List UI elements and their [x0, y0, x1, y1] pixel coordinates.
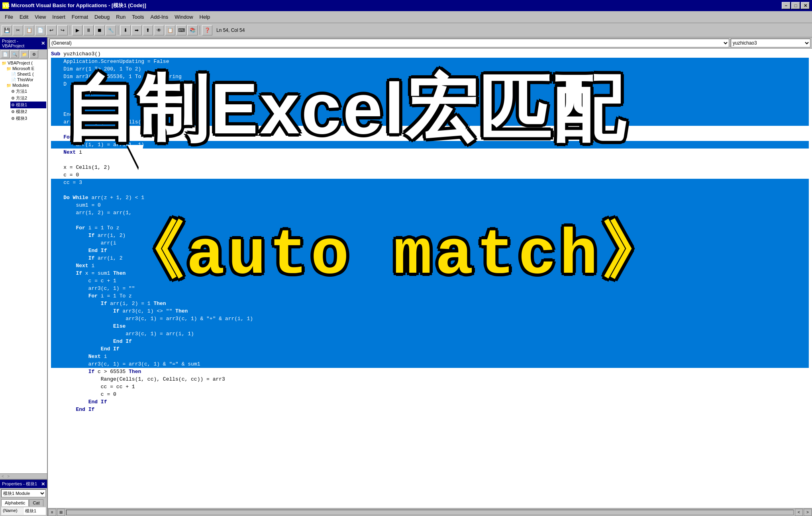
code-line-38: arr3(c, 1) = arr(i, 1) [51, 330, 809, 338]
code-line-17: c = 0 [51, 171, 809, 179]
menu-window[interactable]: Window [171, 13, 196, 21]
code-line-28: If arr(i, 2 [51, 254, 809, 262]
tab-categorized[interactable]: Cat [29, 499, 43, 506]
toolbar-status: Ln 54, Col 54 [216, 27, 245, 33]
toolbar-sep-1 [70, 26, 70, 35]
code-line-48: End If [51, 406, 809, 413]
toolbar-btn-6[interactable]: ↪ [57, 25, 68, 35]
toolbar-btn-4[interactable]: 📄 [35, 25, 45, 35]
tree-item-method1[interactable]: ⚙方法1 [10, 88, 46, 95]
code-line-40: End If [51, 345, 809, 353]
code-line-31: c = c + 1 [51, 277, 809, 285]
code-line-7 [51, 96, 809, 103]
code-line-3: Dim arr(1 To 200, 1 To 2) [51, 65, 809, 73]
properties-close-button[interactable]: ✕ [41, 481, 45, 487]
code-area[interactable]: Sub yuzhichao3() Application.ScreenUpdat… [48, 49, 812, 508]
tree-item-microsoft-e[interactable]: 📁Microsoft E [6, 66, 46, 71]
menu-run[interactable]: Run [113, 13, 129, 21]
menu-file[interactable]: File [2, 13, 16, 21]
code-bottom-btn-2[interactable]: ⊞ [57, 509, 65, 516]
toolbar-stepover[interactable]: ➡ [131, 25, 142, 35]
project-btn-4[interactable]: ⚙ [29, 50, 38, 58]
toolbar-btn-1[interactable]: 💾 [2, 25, 12, 35]
tree-item-sheet1[interactable]: 📄Sheet1 ( [10, 71, 46, 77]
minimize-button[interactable]: − [782, 2, 790, 9]
code-line-36: arr3(c, 1) = arr3(c, 1) & "+" & arr(i, 1… [51, 315, 809, 322]
project-header: Project - VBAProject ✕ [0, 37, 47, 49]
tree-item-modules[interactable]: 📁Modules [6, 82, 46, 88]
code-bottom-btn-1[interactable]: ≡ [48, 509, 56, 516]
code-dropdown-right[interactable]: yuzhichao3 [731, 39, 810, 47]
close-button[interactable]: ✕ [801, 2, 810, 9]
code-line-8 [51, 103, 809, 111]
menu-tools[interactable]: Tools [129, 13, 147, 21]
menu-view[interactable]: View [31, 13, 49, 21]
code-dropdown-left[interactable]: (General) [49, 39, 729, 47]
toolbar-run[interactable]: ▶ [72, 25, 82, 35]
code-bottom-btn-3[interactable]: < [795, 509, 803, 516]
tree-item-module1[interactable]: ⚙模块1 [10, 102, 46, 108]
toolbar-stop[interactable]: ⏹ [94, 25, 105, 35]
toolbar-immediate[interactable]: ⌨ [176, 25, 186, 35]
code-line-35: If arr3(c, 1) <> "" Then [51, 307, 809, 315]
properties-table: (Name) 模块1 [1, 507, 46, 515]
toolbar-btn-2[interactable]: ✂ [13, 25, 23, 35]
code-line-9: End [51, 111, 809, 118]
code-line-32: arr3(c, 1) = "" [51, 285, 809, 292]
project-btn-2[interactable]: 🔍 [10, 50, 19, 58]
code-line-11 [51, 126, 809, 133]
toolbar-stepout[interactable]: ⬆ [143, 25, 153, 35]
code-line-16: x = Cells(1, 2) [51, 164, 809, 171]
tree-item-vbaproject[interactable]: 📁VBAProject ( [1, 60, 46, 66]
prop-val-name: 模块1 [24, 507, 46, 515]
code-line-29: Next i [51, 262, 809, 270]
code-line-15 [51, 156, 809, 164]
toolbar-pause[interactable]: ⏸ [83, 25, 94, 35]
menu-debug[interactable]: Debug [91, 13, 113, 21]
toolbar-locals[interactable]: 📋 [165, 25, 175, 35]
code-panel: (General) yuzhichao3 Sub yuzhichao3() Ap… [48, 37, 812, 516]
tree-item-method2[interactable]: ⚙方法2 [10, 95, 46, 102]
code-line-27: End If [51, 247, 809, 254]
title-bar: VB Microsoft Visual Basic for Applicatio… [0, 0, 812, 11]
code-line-30: If x = sum1 Then [51, 270, 809, 277]
toolbar-help[interactable]: ❓ [202, 25, 212, 35]
project-scrollbar[interactable]: < > [0, 473, 47, 479]
code-line-10: arr1 = Range("a1", Cells(z, 1)) [51, 118, 809, 126]
project-toolbar: 📄 🔍 📁 ⚙ [0, 49, 47, 59]
menu-addins[interactable]: Add-Ins [147, 13, 172, 21]
code-line-13: arr(i, 1) = arr1(i, 1) [51, 141, 809, 149]
project-btn-folder[interactable]: 📁 [20, 50, 29, 58]
tree-item-module2[interactable]: ⚙模块2 [10, 108, 46, 115]
properties-dropdown[interactable]: 模块1 Module [1, 489, 46, 497]
menu-help[interactable]: Help [196, 13, 214, 21]
code-line-33: For i = 1 To z [51, 292, 809, 300]
toolbar-btn-5[interactable]: ↩ [46, 25, 57, 35]
toolbar-btn-3[interactable]: 📋 [24, 25, 34, 35]
maximize-button[interactable]: □ [791, 2, 800, 9]
toolbar-sep-3 [200, 26, 200, 35]
code-line-45: cc = cc + 1 [51, 383, 809, 391]
tab-alphabetic[interactable]: Alphabetic [1, 499, 29, 506]
code-line-46: c = 0 [51, 391, 809, 398]
tree-item-module3[interactable]: ⚙模块3 [10, 115, 46, 122]
project-btn-1[interactable]: 📄 [1, 50, 10, 58]
toolbar: 💾 ✂ 📋 📄 ↩ ↪ ▶ ⏸ ⏹ 🔧 ⬇ ➡ ⬆ 👁 📋 ⌨ 📚 ❓ Ln 5… [0, 23, 812, 37]
code-header: (General) yuzhichao3 [48, 37, 812, 49]
toolbar-stepinto[interactable]: ⬇ [120, 25, 131, 35]
toolbar-design[interactable]: 🔧 [106, 25, 116, 35]
menu-bar: File Edit View Insert Format Debug Run T… [0, 11, 812, 23]
app-icon: VB [2, 2, 9, 9]
toolbar-callstack[interactable]: 📚 [187, 25, 198, 35]
project-close-button[interactable]: ✕ [41, 41, 45, 46]
menu-edit[interactable]: Edit [16, 13, 31, 21]
code-line-44: Range(Cells(1, cc), Cells(c, cc)) = arr3 [51, 375, 809, 383]
code-bottom-btn-4[interactable]: > [804, 509, 812, 516]
code-line-43: If c > 65535 Then [51, 368, 809, 375]
toolbar-sep-2 [118, 26, 118, 35]
toolbar-watches[interactable]: 👁 [154, 25, 164, 35]
menu-insert[interactable]: Insert [49, 13, 69, 21]
title-text: Microsoft Visual Basic for Applications … [11, 2, 146, 9]
tree-item-thiswor[interactable]: 📄ThisWor [10, 77, 46, 82]
menu-format[interactable]: Format [69, 13, 91, 21]
